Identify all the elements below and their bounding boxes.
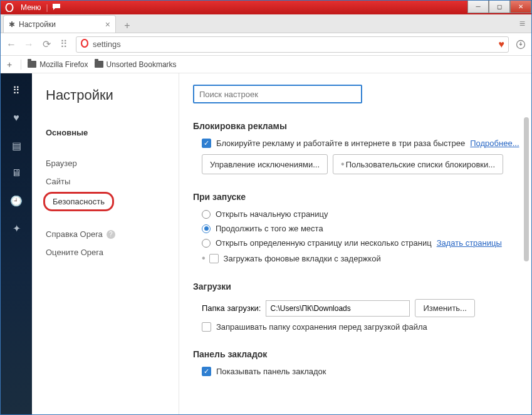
add-bookmark-button[interactable]: + (4, 60, 14, 70)
section-downloads: Загрузки Папка загрузки: Изменить... Зап… (193, 281, 521, 332)
bookmark-heart-icon[interactable]: ♥ (499, 39, 505, 50)
bookmark-label: Unsorted Bookmarks (107, 60, 177, 69)
section-heading: Загрузки (193, 281, 521, 292)
bookmark-folder-unsorted[interactable]: Unsorted Bookmarks (95, 60, 177, 69)
settings-content: Блокировка рекламы ✓ Блокируйте рекламу … (179, 73, 531, 414)
opera-badge-icon (80, 39, 89, 50)
downloads-icon[interactable] (515, 39, 526, 50)
separator (21, 60, 21, 70)
scrollbar-thumb[interactable] (524, 117, 529, 261)
main-area: ⠿ ♥ ▤ 🖥 🕘 ✦ Настройки Основные Браузер С… (1, 73, 531, 414)
startup-opt-label: Продолжить с того же места (216, 224, 323, 233)
startup-radio-continue[interactable] (202, 224, 211, 233)
bullet-icon: • (202, 253, 206, 264)
section-heading: Панель закладок (193, 349, 521, 359)
url-input[interactable] (93, 39, 495, 49)
titlebar-divider: | (46, 3, 48, 12)
change-folder-button[interactable]: Изменить... (415, 299, 474, 317)
svg-point-1 (81, 39, 88, 47)
ask-save-label: Запрашивать папку сохранения перед загру… (216, 322, 427, 332)
tab-menu-icon[interactable]: ≡ (519, 18, 525, 29)
close-button[interactable]: ✕ (510, 1, 531, 13)
menu-button[interactable]: Меню (17, 3, 44, 12)
sidebar-item-sites[interactable]: Сайты (32, 172, 179, 191)
sidebar-item-help[interactable]: Справка Opera ? (32, 225, 179, 243)
bookmark-folder-firefox[interactable]: Mozilla Firefox (28, 60, 88, 69)
startup-opt-label: Открыть начальную страницу (216, 209, 328, 219)
manage-exceptions-button[interactable]: Управление исключениями... (202, 154, 328, 174)
sidebar-item-security[interactable]: Безопасность (43, 192, 114, 211)
forward-button[interactable]: → (23, 39, 34, 50)
window-titlebar: Меню | ─ ◻ ✕ (1, 1, 531, 14)
sidebar-item-browser[interactable]: Браузер (32, 154, 179, 172)
show-bookmarks-checkbox[interactable]: ✓ (202, 367, 211, 376)
svg-point-0 (6, 4, 13, 12)
opera-logo-icon (4, 3, 14, 13)
rail-extensions-icon[interactable]: ✦ (9, 221, 23, 235)
tab-settings[interactable]: ✱ Настройки × (3, 15, 116, 33)
sidebar-item-basic[interactable]: Основные (32, 123, 179, 142)
settings-sidebar: Настройки Основные Браузер Сайты Безопас… (32, 73, 179, 414)
delay-bg-label: Загружать фоновые вкладки с задержкой (224, 254, 381, 263)
adblock-learn-more-link[interactable]: Подробнее... (470, 139, 519, 148)
gear-icon: ✱ (9, 20, 15, 29)
folder-icon (28, 61, 36, 68)
rail-heart-icon[interactable]: ♥ (9, 111, 23, 125)
adblock-label: Блокируйте рекламу и работайте в интерне… (216, 139, 465, 148)
back-button[interactable]: ← (6, 39, 17, 50)
section-adblock: Блокировка рекламы ✓ Блокируйте рекламу … (193, 121, 521, 174)
address-bar: ← → ⟳ ⠿ ♥ (1, 33, 531, 56)
rail-history-icon[interactable]: 🕘 (9, 194, 23, 208)
folder-icon (95, 61, 103, 68)
startup-radio-home[interactable] (202, 210, 211, 219)
vertical-rail: ⠿ ♥ ▤ 🖥 🕘 ✦ (1, 73, 32, 414)
page-title: Настройки (32, 87, 179, 117)
sidebar-item-rate[interactable]: Оцените Opera (32, 243, 179, 261)
maximize-button[interactable]: ◻ (489, 1, 510, 13)
minimize-button[interactable]: ─ (467, 1, 489, 13)
settings-search-input[interactable] (193, 85, 362, 103)
download-folder-label: Папка загрузки: (202, 303, 261, 313)
adblock-checkbox[interactable]: ✓ (202, 139, 211, 148)
window-controls: ─ ◻ ✕ (467, 1, 531, 13)
chat-icon[interactable] (52, 3, 61, 13)
ask-save-checkbox[interactable] (202, 322, 211, 332)
rail-devices-icon[interactable]: 🖥 (9, 166, 23, 180)
tab-strip: ✱ Настройки × + ≡ (1, 14, 531, 33)
sidebar-item-label: Справка Opera (46, 229, 103, 239)
url-field-wrapper: ♥ (76, 36, 509, 53)
delay-bg-checkbox[interactable] (209, 254, 219, 263)
section-heading: Блокировка рекламы (193, 121, 521, 131)
bookmark-label: Mozilla Firefox (39, 60, 88, 69)
show-bookmarks-label: Показывать панель закладок (216, 367, 326, 376)
set-pages-link[interactable]: Задать страницы (437, 238, 502, 248)
section-heading: При запуске (193, 192, 521, 202)
section-startup: При запуске Открыть начальную страницу П… (193, 192, 521, 264)
startup-radio-specific[interactable] (202, 239, 211, 248)
tab-close-icon[interactable]: × (100, 19, 110, 29)
section-bookmarks-panel: Панель закладок ✓ Показывать панель закл… (193, 349, 521, 376)
help-icon: ? (107, 230, 115, 239)
custom-block-lists-button[interactable]: •Пользовательские списки блокировки... (333, 154, 503, 174)
new-tab-button[interactable]: + (120, 19, 135, 33)
reload-button[interactable]: ⟳ (41, 39, 52, 50)
download-folder-input[interactable] (266, 300, 410, 317)
startup-opt-label: Открыть определенную страницу или нескол… (216, 238, 432, 248)
bookmarks-bar: + Mozilla Firefox Unsorted Bookmarks (1, 56, 531, 73)
tab-title: Настройки (19, 20, 56, 29)
speed-dial-icon[interactable]: ⠿ (58, 39, 70, 50)
rail-speed-dial-icon[interactable]: ⠿ (9, 83, 23, 97)
rail-news-icon[interactable]: ▤ (9, 139, 23, 152)
